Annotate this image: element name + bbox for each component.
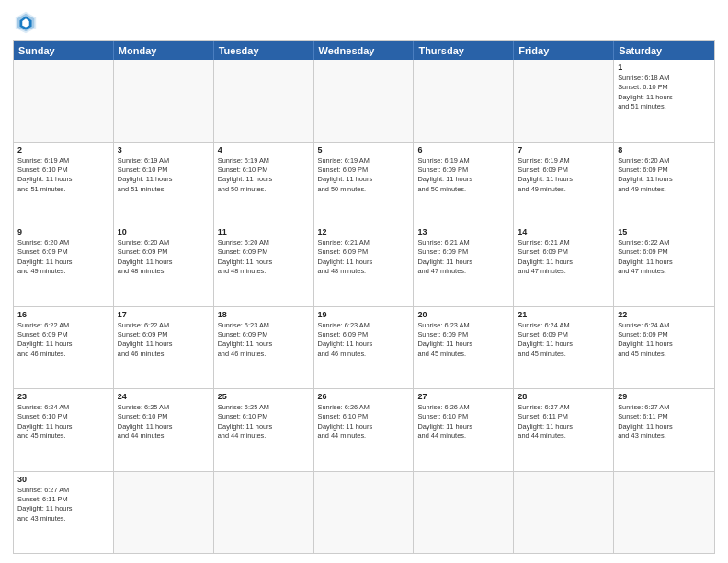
day-info: Sunrise: 6:23 AM Sunset: 6:09 PM Dayligh… xyxy=(318,321,410,359)
calendar-cell xyxy=(414,472,514,554)
weekday-header: Sunday xyxy=(14,41,114,60)
day-info: Sunrise: 6:19 AM Sunset: 6:10 PM Dayligh… xyxy=(17,156,109,194)
calendar-row: 23Sunrise: 6:24 AM Sunset: 6:10 PM Dayli… xyxy=(14,388,714,471)
day-info: Sunrise: 6:21 AM Sunset: 6:09 PM Dayligh… xyxy=(417,238,509,276)
calendar-cell: 27Sunrise: 6:26 AM Sunset: 6:10 PM Dayli… xyxy=(414,389,514,471)
calendar-cell xyxy=(314,472,415,554)
weekday-header: Thursday xyxy=(414,41,514,60)
calendar-cell xyxy=(314,60,415,142)
logo-icon xyxy=(13,9,39,35)
calendar-cell: 23Sunrise: 6:24 AM Sunset: 6:10 PM Dayli… xyxy=(14,389,114,471)
day-number: 20 xyxy=(417,310,509,319)
day-number: 2 xyxy=(17,145,109,155)
day-info: Sunrise: 6:20 AM Sunset: 6:09 PM Dayligh… xyxy=(118,238,210,276)
day-info: Sunrise: 6:20 AM Sunset: 6:09 PM Dayligh… xyxy=(17,238,109,276)
day-number: 13 xyxy=(417,227,509,236)
weekday-header: Friday xyxy=(514,41,614,60)
weekday-header: Wednesday xyxy=(314,41,415,60)
day-number: 23 xyxy=(17,392,109,401)
calendar-cell: 2Sunrise: 6:19 AM Sunset: 6:10 PM Daylig… xyxy=(14,143,114,224)
calendar-row: 1Sunrise: 6:18 AM Sunset: 6:10 PM Daylig… xyxy=(14,60,714,142)
calendar-cell: 1Sunrise: 6:18 AM Sunset: 6:10 PM Daylig… xyxy=(614,60,714,142)
calendar-cell xyxy=(14,60,114,142)
day-info: Sunrise: 6:27 AM Sunset: 6:11 PM Dayligh… xyxy=(518,403,609,441)
day-info: Sunrise: 6:22 AM Sunset: 6:09 PM Dayligh… xyxy=(17,321,109,359)
day-info: Sunrise: 6:22 AM Sunset: 6:09 PM Dayligh… xyxy=(118,321,210,359)
calendar-cell: 3Sunrise: 6:19 AM Sunset: 6:10 PM Daylig… xyxy=(114,143,214,224)
day-info: Sunrise: 6:20 AM Sunset: 6:09 PM Dayligh… xyxy=(618,156,711,194)
day-info: Sunrise: 6:23 AM Sunset: 6:09 PM Dayligh… xyxy=(417,321,509,359)
day-info: Sunrise: 6:21 AM Sunset: 6:09 PM Dayligh… xyxy=(518,238,609,276)
calendar-row: 30Sunrise: 6:27 AM Sunset: 6:11 PM Dayli… xyxy=(14,471,714,554)
calendar-cell: 30Sunrise: 6:27 AM Sunset: 6:11 PM Dayli… xyxy=(14,472,114,554)
calendar-cell: 7Sunrise: 6:19 AM Sunset: 6:09 PM Daylig… xyxy=(514,143,614,224)
calendar-cell: 11Sunrise: 6:20 AM Sunset: 6:09 PM Dayli… xyxy=(214,224,314,306)
day-info: Sunrise: 6:26 AM Sunset: 6:10 PM Dayligh… xyxy=(417,403,509,441)
calendar-cell xyxy=(514,60,614,142)
calendar-cell: 16Sunrise: 6:22 AM Sunset: 6:09 PM Dayli… xyxy=(14,307,114,389)
calendar-row: 9Sunrise: 6:20 AM Sunset: 6:09 PM Daylig… xyxy=(14,224,714,306)
calendar-body: 1Sunrise: 6:18 AM Sunset: 6:10 PM Daylig… xyxy=(14,60,714,553)
day-info: Sunrise: 6:19 AM Sunset: 6:09 PM Dayligh… xyxy=(318,156,410,194)
day-number: 12 xyxy=(318,227,410,236)
day-info: Sunrise: 6:19 AM Sunset: 6:09 PM Dayligh… xyxy=(518,156,609,194)
day-number: 25 xyxy=(218,392,310,401)
calendar-cell: 28Sunrise: 6:27 AM Sunset: 6:11 PM Dayli… xyxy=(514,389,614,471)
calendar-cell xyxy=(414,60,514,142)
day-number: 11 xyxy=(218,227,310,236)
calendar-cell: 13Sunrise: 6:21 AM Sunset: 6:09 PM Dayli… xyxy=(414,224,514,306)
calendar-cell: 5Sunrise: 6:19 AM Sunset: 6:09 PM Daylig… xyxy=(314,143,415,224)
day-info: Sunrise: 6:24 AM Sunset: 6:09 PM Dayligh… xyxy=(518,321,609,359)
weekday-header: Monday xyxy=(114,41,214,60)
day-info: Sunrise: 6:25 AM Sunset: 6:10 PM Dayligh… xyxy=(218,403,310,441)
day-number: 27 xyxy=(417,392,509,401)
day-info: Sunrise: 6:27 AM Sunset: 6:11 PM Dayligh… xyxy=(17,486,109,523)
calendar-cell: 6Sunrise: 6:19 AM Sunset: 6:09 PM Daylig… xyxy=(414,143,514,224)
day-number: 7 xyxy=(518,145,609,155)
calendar-cell: 8Sunrise: 6:20 AM Sunset: 6:09 PM Daylig… xyxy=(614,143,714,224)
weekday-header: Saturday xyxy=(614,41,714,60)
calendar-row: 2Sunrise: 6:19 AM Sunset: 6:10 PM Daylig… xyxy=(14,142,714,224)
day-number: 6 xyxy=(417,145,509,155)
calendar-cell xyxy=(114,60,214,142)
calendar-cell xyxy=(114,472,214,554)
calendar-cell: 19Sunrise: 6:23 AM Sunset: 6:09 PM Dayli… xyxy=(314,307,415,389)
day-number: 10 xyxy=(118,227,210,236)
day-number: 29 xyxy=(618,392,711,401)
day-info: Sunrise: 6:25 AM Sunset: 6:10 PM Dayligh… xyxy=(118,403,210,441)
day-number: 3 xyxy=(118,145,210,155)
day-info: Sunrise: 6:20 AM Sunset: 6:09 PM Dayligh… xyxy=(218,238,310,276)
calendar-cell: 24Sunrise: 6:25 AM Sunset: 6:10 PM Dayli… xyxy=(114,389,214,471)
day-info: Sunrise: 6:19 AM Sunset: 6:09 PM Dayligh… xyxy=(417,156,509,194)
day-number: 30 xyxy=(17,475,109,484)
calendar-cell: 9Sunrise: 6:20 AM Sunset: 6:09 PM Daylig… xyxy=(14,224,114,306)
day-number: 21 xyxy=(518,310,609,319)
day-number: 18 xyxy=(218,310,310,319)
weekday-header: Tuesday xyxy=(214,41,314,60)
calendar-cell: 15Sunrise: 6:22 AM Sunset: 6:09 PM Dayli… xyxy=(614,224,714,306)
logo xyxy=(13,9,42,35)
day-number: 5 xyxy=(318,145,410,155)
day-number: 26 xyxy=(318,392,410,401)
day-info: Sunrise: 6:22 AM Sunset: 6:09 PM Dayligh… xyxy=(618,238,711,276)
calendar-cell: 22Sunrise: 6:24 AM Sunset: 6:09 PM Dayli… xyxy=(614,307,714,389)
calendar-cell: 21Sunrise: 6:24 AM Sunset: 6:09 PM Dayli… xyxy=(514,307,614,389)
calendar-cell xyxy=(514,472,614,554)
calendar-cell: 17Sunrise: 6:22 AM Sunset: 6:09 PM Dayli… xyxy=(114,307,214,389)
day-number: 4 xyxy=(218,145,310,155)
calendar-cell: 25Sunrise: 6:25 AM Sunset: 6:10 PM Dayli… xyxy=(214,389,314,471)
calendar-cell: 12Sunrise: 6:21 AM Sunset: 6:09 PM Dayli… xyxy=(314,224,415,306)
day-info: Sunrise: 6:19 AM Sunset: 6:10 PM Dayligh… xyxy=(118,156,210,194)
calendar: SundayMondayTuesdayWednesdayThursdayFrid… xyxy=(13,40,715,554)
calendar-cell: 29Sunrise: 6:27 AM Sunset: 6:11 PM Dayli… xyxy=(614,389,714,471)
calendar-cell: 14Sunrise: 6:21 AM Sunset: 6:09 PM Dayli… xyxy=(514,224,614,306)
day-number: 24 xyxy=(118,392,210,401)
day-number: 1 xyxy=(618,63,711,72)
day-number: 16 xyxy=(17,310,109,319)
calendar-row: 16Sunrise: 6:22 AM Sunset: 6:09 PM Dayli… xyxy=(14,306,714,389)
day-info: Sunrise: 6:27 AM Sunset: 6:11 PM Dayligh… xyxy=(618,403,711,441)
calendar-cell xyxy=(614,472,714,554)
calendar-cell: 10Sunrise: 6:20 AM Sunset: 6:09 PM Dayli… xyxy=(114,224,214,306)
calendar-cell: 18Sunrise: 6:23 AM Sunset: 6:09 PM Dayli… xyxy=(214,307,314,389)
day-info: Sunrise: 6:23 AM Sunset: 6:09 PM Dayligh… xyxy=(218,321,310,359)
